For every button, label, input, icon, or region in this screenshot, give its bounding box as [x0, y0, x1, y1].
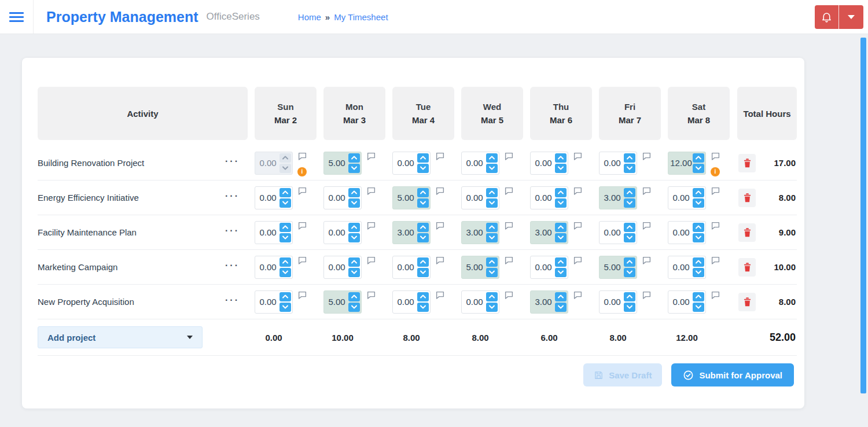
- hours-input[interactable]: 0.00: [461, 152, 499, 175]
- spinner-up-button[interactable]: [624, 292, 635, 301]
- comment-icon[interactable]: [573, 256, 582, 264]
- comment-icon[interactable]: [298, 256, 307, 264]
- spinner-up-button[interactable]: [348, 292, 360, 301]
- breadcrumb-home-link[interactable]: Home: [298, 12, 321, 22]
- hours-input[interactable]: 3.00: [461, 221, 499, 244]
- comment-icon[interactable]: [642, 256, 651, 264]
- spinner-up-button[interactable]: [279, 188, 291, 197]
- hours-input[interactable]: 3.00: [530, 221, 568, 244]
- row-menu-button[interactable]: ···: [225, 296, 240, 308]
- comment-icon[interactable]: [711, 222, 720, 230]
- spinner-up-button[interactable]: [279, 153, 291, 163]
- spinner-up-button[interactable]: [486, 223, 498, 232]
- comment-icon[interactable]: [436, 222, 444, 230]
- spinner-up-button[interactable]: [693, 257, 704, 267]
- spinner-down-button[interactable]: [279, 268, 291, 277]
- spinner-up-button[interactable]: [555, 257, 567, 267]
- hours-input[interactable]: 0.00: [668, 186, 706, 209]
- delete-row-button[interactable]: [738, 258, 756, 277]
- spinner-down-button[interactable]: [279, 233, 291, 242]
- add-project-select[interactable]: Add project: [38, 326, 203, 348]
- comment-icon[interactable]: [711, 187, 720, 195]
- hours-input[interactable]: 12.00: [668, 152, 706, 175]
- spinner-down-button[interactable]: [555, 268, 567, 277]
- breadcrumb-current[interactable]: My Timesheet: [334, 12, 388, 22]
- hours-input[interactable]: 0.00: [668, 256, 706, 279]
- comment-icon[interactable]: [642, 187, 651, 195]
- spinner-up-button[interactable]: [348, 223, 360, 232]
- hours-input[interactable]: 0.00: [530, 186, 568, 209]
- delete-row-button[interactable]: [738, 293, 756, 311]
- spinner-up-button[interactable]: [624, 188, 635, 197]
- spinner-up-button[interactable]: [555, 153, 567, 163]
- spinner-down-button[interactable]: [624, 303, 635, 312]
- spinner-down-button[interactable]: [555, 303, 567, 312]
- hours-input[interactable]: 5.00: [323, 152, 362, 175]
- spinner-up-button[interactable]: [555, 223, 567, 232]
- hours-input[interactable]: 3.00: [599, 186, 637, 209]
- comment-icon[interactable]: [367, 291, 376, 299]
- comment-icon[interactable]: [573, 291, 582, 299]
- hours-input[interactable]: 3.00: [392, 221, 431, 244]
- comment-icon[interactable]: [367, 222, 376, 230]
- hours-input[interactable]: 5.00: [392, 186, 431, 209]
- comment-icon[interactable]: [436, 291, 444, 299]
- spinner-up-button[interactable]: [624, 257, 635, 267]
- spinner-up-button[interactable]: [486, 257, 498, 267]
- spinner-down-button[interactable]: [555, 233, 567, 242]
- row-menu-button[interactable]: ···: [225, 192, 240, 204]
- hours-input[interactable]: 5.00: [461, 256, 499, 279]
- spinner-up-button[interactable]: [279, 292, 291, 301]
- spinner-up-button[interactable]: [417, 188, 429, 197]
- hours-input[interactable]: 0.00: [530, 256, 568, 279]
- hours-input[interactable]: 3.00: [530, 290, 568, 314]
- spinner-up-button[interactable]: [693, 188, 704, 197]
- spinner-down-button[interactable]: [348, 198, 360, 208]
- comment-icon[interactable]: [367, 152, 376, 160]
- hours-input[interactable]: 0.00: [461, 290, 499, 314]
- spinner-up-button[interactable]: [417, 292, 429, 301]
- save-draft-button[interactable]: Save Draft: [583, 363, 662, 386]
- hours-input[interactable]: 0.00: [323, 186, 362, 209]
- comment-icon[interactable]: [505, 256, 513, 264]
- spinner-down-button[interactable]: [348, 268, 360, 277]
- spinner-down-button[interactable]: [624, 198, 635, 208]
- spinner-up-button[interactable]: [555, 292, 567, 301]
- comment-icon[interactable]: [573, 187, 582, 195]
- hours-input[interactable]: 0.00: [392, 256, 431, 279]
- hours-input[interactable]: 0.00: [530, 152, 568, 175]
- hours-input[interactable]: 0.00: [255, 152, 293, 175]
- spinner-up-button[interactable]: [348, 257, 360, 267]
- spinner-up-button[interactable]: [486, 292, 498, 301]
- hours-input[interactable]: 0.00: [255, 186, 293, 209]
- spinner-down-button[interactable]: [417, 164, 429, 173]
- spinner-up-button[interactable]: [693, 292, 704, 301]
- spinner-down-button[interactable]: [279, 303, 291, 312]
- spinner-down-button[interactable]: [624, 268, 635, 277]
- account-dropdown-button[interactable]: [839, 5, 863, 29]
- hamburger-menu-button[interactable]: [0, 0, 34, 34]
- comment-icon[interactable]: [298, 187, 307, 195]
- hours-input[interactable]: 0.00: [323, 221, 362, 244]
- scrollbar-thumb[interactable]: [860, 38, 866, 393]
- comment-icon[interactable]: [505, 291, 513, 299]
- hours-input[interactable]: 0.00: [668, 290, 706, 314]
- spinner-down-button[interactable]: [486, 268, 498, 277]
- spinner-down-button[interactable]: [348, 303, 360, 312]
- comment-icon[interactable]: [505, 187, 513, 195]
- spinner-down-button[interactable]: [693, 233, 704, 242]
- spinner-up-button[interactable]: [417, 257, 429, 267]
- hours-input[interactable]: 0.00: [668, 221, 706, 244]
- spinner-down-button[interactable]: [486, 233, 498, 242]
- hours-input[interactable]: 5.00: [599, 256, 637, 279]
- spinner-down-button[interactable]: [693, 164, 704, 173]
- warning-icon[interactable]: i: [297, 167, 307, 176]
- spinner-up-button[interactable]: [555, 188, 567, 197]
- delete-row-button[interactable]: [738, 154, 756, 172]
- spinner-up-button[interactable]: [279, 257, 291, 267]
- notifications-button[interactable]: [815, 5, 839, 29]
- spinner-down-button[interactable]: [624, 233, 635, 242]
- comment-icon[interactable]: [367, 256, 376, 264]
- comment-icon[interactable]: [505, 222, 513, 230]
- warning-icon[interactable]: i: [711, 167, 720, 176]
